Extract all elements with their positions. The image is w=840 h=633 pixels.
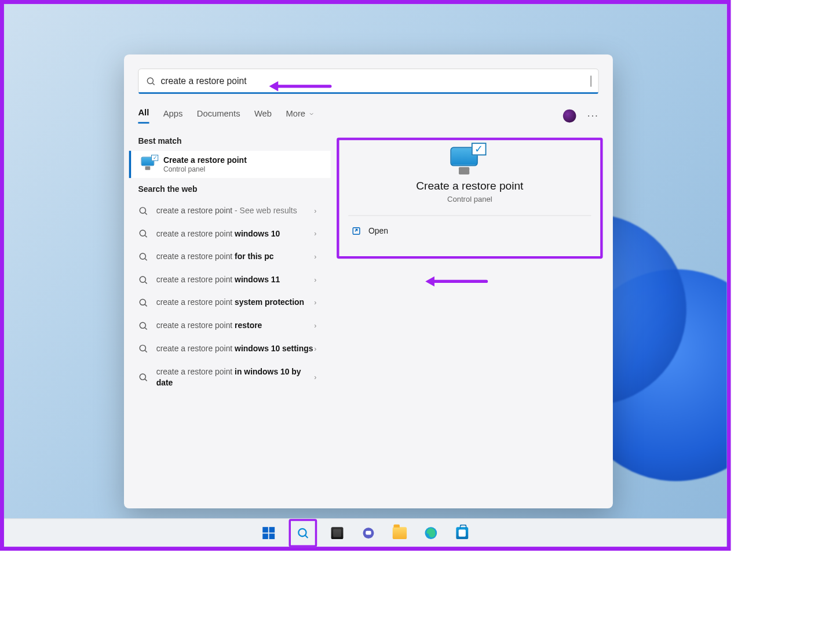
- web-result-text: create a restore point windows 10: [156, 228, 315, 239]
- microsoft-store-button[interactable]: [451, 522, 473, 544]
- edge-button[interactable]: [420, 522, 442, 544]
- windows-search-panel: All Apps Documents Web More ··· Best mat…: [124, 54, 613, 508]
- svg-line-21: [305, 535, 308, 538]
- web-results-list: create a restore point - See web results…: [124, 199, 331, 399]
- svg-line-5: [145, 236, 147, 238]
- web-result[interactable]: create a restore point system protection…: [129, 291, 326, 314]
- chevron-right-icon: ›: [314, 207, 316, 215]
- search-icon: [145, 76, 155, 86]
- chevron-right-icon: ›: [314, 322, 316, 330]
- web-result-text: create a restore point in windows 10 by …: [156, 366, 315, 388]
- tab-web[interactable]: Web: [254, 108, 272, 122]
- open-external-icon: [351, 226, 361, 236]
- chevron-right-icon: ›: [314, 373, 316, 381]
- svg-point-2: [140, 208, 145, 213]
- chevron-right-icon: ›: [314, 345, 316, 353]
- chevron-right-icon: ›: [314, 253, 316, 261]
- svg-rect-18: [353, 228, 360, 235]
- best-match-title: Create a restore point: [163, 156, 247, 165]
- web-result-text: create a restore point restore: [156, 320, 315, 331]
- web-result[interactable]: create a restore point windows 11 ›: [129, 268, 326, 292]
- web-result[interactable]: create a restore point - See web results…: [129, 199, 326, 223]
- search-input[interactable]: [161, 76, 590, 86]
- svg-line-3: [145, 213, 147, 214]
- svg-point-14: [140, 345, 145, 351]
- web-result-text: create a restore point system protection: [156, 297, 315, 308]
- tab-all[interactable]: All: [138, 108, 149, 123]
- divider: [348, 215, 591, 216]
- web-result-text: create a restore point - See web results: [156, 205, 315, 216]
- search-icon: [138, 297, 148, 307]
- search-icon: [138, 206, 148, 216]
- annotation-arrow: [428, 280, 488, 283]
- web-result[interactable]: create a restore point for this pc ›: [129, 245, 326, 268]
- edge-icon: [425, 526, 438, 540]
- search-icon: [138, 344, 148, 354]
- search-icon: [138, 321, 148, 330]
- best-match-subtitle: Control panel: [163, 165, 247, 173]
- search-icon: [138, 228, 148, 238]
- chevron-right-icon: ›: [314, 276, 316, 284]
- taskbar-search-button[interactable]: [292, 522, 314, 544]
- file-explorer-button[interactable]: [389, 522, 411, 544]
- tab-documents[interactable]: Documents: [197, 108, 240, 122]
- svg-point-12: [140, 322, 145, 328]
- chevron-right-icon: ›: [314, 230, 316, 238]
- detail-subtitle: Control panel: [346, 195, 593, 203]
- restore-point-icon: ✓: [141, 157, 156, 172]
- search-tabs: All Apps Documents Web More ···: [124, 99, 613, 130]
- web-result-text: create a restore point windows 11: [156, 274, 315, 285]
- detail-title: Create a restore point: [346, 180, 593, 193]
- section-search-web: Search the web: [124, 178, 331, 199]
- search-icon: [138, 275, 148, 285]
- folder-icon: [393, 527, 407, 539]
- task-view-icon: [331, 527, 344, 539]
- search-icon: [297, 526, 310, 540]
- tab-more-label: More: [286, 108, 305, 118]
- svg-point-0: [147, 78, 153, 83]
- search-icon: [138, 372, 148, 382]
- chat-button[interactable]: [357, 522, 379, 544]
- text-caret: [591, 76, 591, 87]
- section-best-match: Best match: [124, 130, 331, 151]
- svg-line-9: [145, 282, 147, 283]
- web-result[interactable]: create a restore point windows 10 settin…: [129, 337, 326, 361]
- tab-more[interactable]: More: [286, 108, 314, 122]
- search-icon: [138, 252, 148, 261]
- svg-line-1: [153, 83, 155, 85]
- web-result-text: create a restore point for this pc: [156, 251, 315, 262]
- svg-line-11: [145, 305, 147, 307]
- svg-point-4: [140, 230, 145, 236]
- svg-point-8: [140, 277, 145, 282]
- annotation-highlight: [289, 519, 317, 547]
- svg-line-13: [145, 328, 147, 329]
- open-action[interactable]: Open: [346, 219, 593, 243]
- start-button[interactable]: [258, 522, 280, 544]
- detail-pane: ✓ Create a restore point Control panel O…: [337, 138, 602, 259]
- web-result[interactable]: create a restore point windows 10 ›: [129, 222, 326, 245]
- svg-line-17: [145, 379, 147, 381]
- svg-point-10: [140, 299, 145, 305]
- web-result[interactable]: create a restore point restore ›: [129, 314, 326, 337]
- best-match-result[interactable]: ✓ Create a restore point Control panel: [129, 151, 331, 178]
- more-options-button[interactable]: ···: [587, 110, 599, 122]
- svg-point-16: [140, 374, 145, 380]
- user-avatar[interactable]: [563, 109, 576, 122]
- chat-icon: [362, 526, 375, 540]
- web-result[interactable]: create a restore point in windows 10 by …: [129, 360, 326, 394]
- open-label: Open: [368, 227, 388, 236]
- store-icon: [456, 527, 468, 539]
- windows-logo-icon: [262, 527, 275, 539]
- search-box[interactable]: [138, 68, 598, 94]
- task-view-button[interactable]: [326, 522, 348, 544]
- web-result-text: create a restore point windows 10 settin…: [156, 343, 315, 354]
- desktop-wallpaper: All Apps Documents Web More ··· Best mat…: [4, 4, 727, 547]
- svg-point-20: [298, 529, 306, 536]
- svg-rect-23: [366, 530, 371, 534]
- svg-line-7: [145, 259, 147, 260]
- detail-restore-point-icon: ✓: [450, 147, 482, 179]
- annotation-arrow: [271, 85, 331, 88]
- tab-apps[interactable]: Apps: [163, 108, 183, 122]
- taskbar: [4, 518, 727, 547]
- chevron-right-icon: ›: [314, 299, 316, 307]
